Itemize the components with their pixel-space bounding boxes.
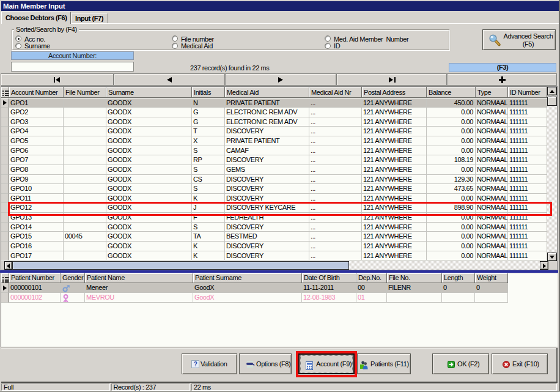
svg-text:?: ? [194, 361, 197, 368]
